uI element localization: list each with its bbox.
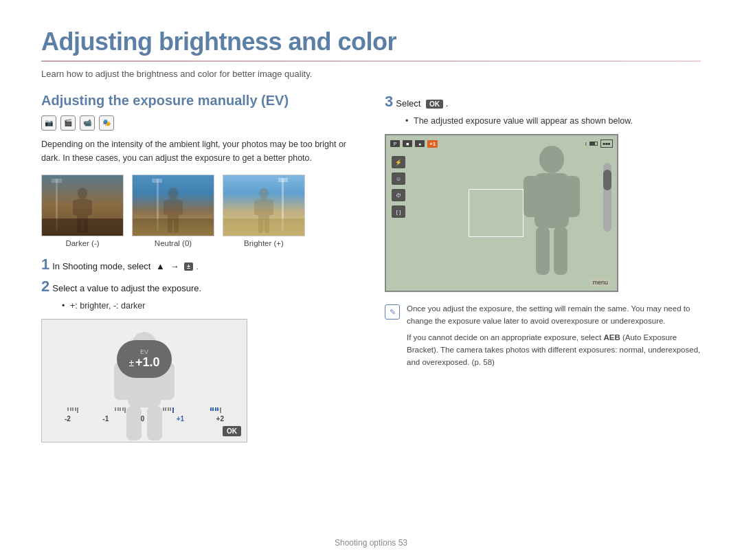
page-footer: Shooting options 53 [0, 538, 742, 548]
svg-rect-14 [254, 200, 261, 215]
arrow-icon: → [170, 261, 179, 271]
exposure-photos-row: Darker (-) [41, 175, 357, 247]
lcd-scroll-thumb [603, 170, 611, 190]
ev-ticks-group-4 [210, 407, 221, 413]
lcd-person-silhouette [521, 146, 583, 276]
photo-brighter-image [223, 175, 305, 236]
note-text-container: Once you adjust the exposure, the settin… [407, 303, 701, 368]
step2-bullet: +: brighter, -: darker [60, 300, 357, 313]
ev-dial-box: EV ± +1.0 [41, 319, 247, 443]
svg-rect-3 [85, 200, 92, 215]
ev-ticks-group-1 [67, 407, 78, 413]
lcd-camera-mode-icon: P [390, 140, 400, 147]
lcd-icon-bracket: [ ] [392, 205, 405, 218]
lcd-battery-fill [590, 142, 595, 145]
lcd-right-scrollbar [603, 163, 611, 232]
lcd-bottom-menu-label: menu [590, 278, 610, 287]
ev-scale-container: -2 -1 0 +1 +2 [62, 407, 227, 423]
lcd-memory-indicator: ■■■ [600, 139, 613, 148]
ev-scale-plus1: +1 [177, 415, 184, 423]
ev-ticks-group-2 [115, 407, 126, 413]
lcd-icon2: ■ [403, 140, 412, 147]
left-column: Adjusting the exposure manually (EV) 📷 🎬… [41, 93, 357, 443]
mode-icon-camera: 📷 [41, 115, 56, 131]
lcd-ev-indicator: +1 [427, 140, 438, 148]
exposure-icon: ± [184, 262, 193, 271]
two-column-layout: Adjusting the exposure manually (EV) 📷 🎬… [41, 93, 701, 443]
triangle-icon: ▲ [156, 261, 165, 271]
photo-darker: Darker (-) [41, 175, 124, 247]
svg-rect-28 [536, 227, 550, 275]
svg-rect-29 [554, 227, 567, 275]
mode-icon-video2: 📹 [80, 115, 95, 131]
step2-text: Select a value to adjust the exposure. [52, 283, 201, 293]
description-paragraph: Depending on the intensity of the ambien… [41, 137, 357, 165]
aeb-bold: AEB [603, 333, 620, 341]
step3-ok-label: OK [426, 100, 443, 109]
step3-number: 3 [385, 93, 393, 111]
lcd-icon-flash: ⚡ [392, 156, 405, 168]
svg-rect-8 [164, 200, 170, 215]
ev-scale-zero: 0 [141, 415, 145, 423]
camera-lcd-screen: P ■ ● +1 I ■■■ [385, 134, 618, 292]
mode-icon-scene: 🎭 [99, 115, 114, 131]
photo-darker-image [41, 175, 124, 236]
ev-scale-minus1: -1 [102, 415, 109, 423]
svg-rect-9 [176, 200, 183, 215]
ok-button[interactable]: OK [223, 426, 241, 436]
title-divider [41, 60, 701, 62]
ev-value-text: +1.0 [135, 355, 160, 370]
ev-icon: ± [128, 357, 134, 368]
section-heading: Adjusting the exposure manually (EV) [41, 93, 357, 109]
step2-row: 2 Select a value to adjust the exposure. [41, 278, 357, 295]
page-subtitle: Learn how to adjust the brightness and c… [41, 69, 701, 79]
svg-rect-27 [565, 176, 580, 217]
lcd-focus-box [469, 189, 524, 237]
note-box: ✎ Once you adjust the exposure, the sett… [385, 303, 701, 368]
lcd-right-indicators: I ■■■ [585, 139, 613, 148]
lcd-bar-indicator: I [585, 141, 587, 147]
ev-ticks-row [62, 407, 227, 413]
lcd-icon3: ● [415, 140, 425, 147]
svg-point-6 [168, 188, 178, 199]
svg-rect-15 [267, 200, 273, 215]
right-column: 3 Select OK . The adjusted exposure valu… [385, 93, 701, 443]
lcd-battery-icon [589, 142, 598, 146]
ev-scale-plus2: +2 [216, 415, 224, 423]
lcd-icon-face: ☺ [392, 172, 405, 185]
photo-darker-label: Darker (-) [65, 239, 99, 247]
ev-value-display: ± +1.0 [128, 355, 159, 370]
photo-brighter-label: Brighter (+) [244, 239, 284, 247]
page-title: Adjusting brightness and color [41, 27, 701, 56]
step1-row: 1 In Shooting mode, select ▲ → ± . [41, 256, 357, 273]
ev-ticks-group-3 [163, 407, 174, 413]
photo-neutral-label: Neutral (0) [155, 239, 192, 247]
lcd-icon-timer: ⏱ [392, 189, 405, 201]
svg-rect-2 [73, 200, 80, 215]
svg-rect-25 [535, 173, 569, 228]
svg-point-12 [259, 188, 269, 199]
photo-neutral: Neutral (0) [132, 175, 214, 247]
step3-text: Select OK . [396, 98, 448, 109]
svg-point-24 [539, 146, 564, 173]
step1-number: 1 [41, 256, 49, 273]
mode-icon-video1: 🎬 [60, 115, 76, 131]
photo-neutral-image [132, 175, 214, 236]
ev-scale-minus2: -2 [65, 415, 71, 423]
lcd-left-icons: ⚡ ☺ ⏱ [ ] [392, 156, 405, 218]
mode-icons-row: 📷 🎬 📹 🎭 [41, 115, 357, 131]
ev-circle-dial: EV ± +1.0 [117, 340, 172, 378]
step3-row: 3 Select OK . [385, 93, 701, 111]
note-line-1: Once you adjust the exposure, the settin… [407, 303, 701, 328]
step3-bullet: The adjusted exposure value will appear … [404, 115, 701, 128]
step2-number: 2 [41, 278, 49, 295]
step1-text: In Shooting mode, select ▲ → ± . [52, 261, 198, 271]
ev-scale-numbers: -2 -1 0 +1 +2 [62, 415, 227, 423]
photo-brighter: Brighter (+) [223, 175, 305, 247]
svg-point-0 [78, 188, 87, 199]
note-line-2: If you cannot decide on an appropriate e… [407, 332, 701, 368]
page-container: Adjusting brightness and color Learn how… [0, 0, 742, 463]
ev-label-text: EV [140, 348, 148, 355]
lcd-battery-group [589, 142, 598, 146]
svg-rect-26 [524, 176, 539, 217]
